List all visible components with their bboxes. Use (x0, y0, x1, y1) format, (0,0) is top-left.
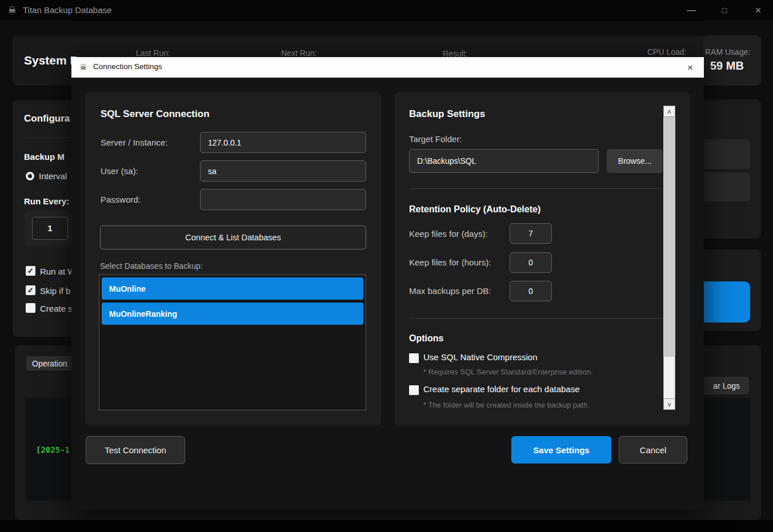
retention-policy-title: Retention Policy (Auto-Delete) (409, 204, 540, 215)
field-fragment-1[interactable] (697, 139, 750, 169)
last-run-label: Last Run: (136, 49, 170, 58)
server-label: Server / Instance: (101, 138, 168, 147)
dialog-scrollbar[interactable]: ∧ ∨ (663, 106, 675, 410)
config-title-fragment: Configura (24, 113, 70, 124)
app-title: Titan Backup Database (23, 5, 111, 15)
run-at-checkbox-label: Run at W (40, 267, 76, 276)
create-checkbox[interactable] (26, 303, 35, 313)
max-backups-label: Max backups per DB: (409, 286, 491, 296)
dialog-title: Connection Settings (93, 62, 162, 71)
create-checkbox-label: Create s (40, 304, 73, 313)
sql-compression-checkbox[interactable] (409, 353, 419, 363)
dialog-titlebar: ☠ Connection Settings × (71, 57, 704, 78)
skip-checkbox[interactable]: ✓ (26, 285, 35, 295)
server-input[interactable] (200, 132, 366, 153)
options-title: Options (409, 333, 443, 344)
separate-folder-label: Create separate folder for each database (423, 384, 580, 394)
close-button[interactable]: × (747, 0, 770, 21)
scroll-track[interactable] (663, 357, 675, 398)
interval-radio[interactable] (26, 172, 34, 180)
window-bottom-strip (0, 520, 773, 532)
ram-usage-value: 59 MB (710, 59, 744, 72)
connection-settings-dialog: ☠ Connection Settings × SQL Server Conne… (71, 57, 704, 510)
minimize-button[interactable]: — (680, 0, 703, 21)
dialog-close-button[interactable]: × (682, 61, 699, 75)
password-input[interactable] (200, 189, 366, 210)
target-folder-input[interactable] (409, 149, 599, 173)
interval-radio-label: Interval (39, 171, 67, 181)
cancel-button[interactable]: Cancel (619, 436, 687, 464)
test-connection-button[interactable]: Test Connection (86, 436, 185, 464)
target-folder-label: Target Folder: (409, 134, 462, 144)
databases-listbox[interactable]: MuOnline MuOnlineRanking (99, 275, 366, 410)
database-item-muonline[interactable]: MuOnline (102, 277, 363, 300)
field-fragment-2[interactable] (697, 172, 750, 201)
user-input[interactable] (200, 160, 366, 182)
backup-mode-label-fragment: Backup M (24, 152, 65, 162)
save-settings-button[interactable]: Save Settings (511, 436, 611, 464)
sql-connection-title: SQL Server Connection (101, 108, 210, 120)
database-item-muonlineranking[interactable]: MuOnlineRanking (102, 303, 363, 325)
backup-divider-1 (409, 188, 663, 189)
app-window: ☠ Titan Backup Database — □ × System B L… (0, 0, 773, 532)
browse-button[interactable]: Browse... (607, 149, 663, 173)
next-run-label: Next Run: (281, 49, 317, 58)
run-every-label: Run Every: (24, 196, 69, 206)
maximize-button[interactable]: □ (713, 0, 736, 21)
backup-divider-2 (409, 318, 663, 319)
config-divider (24, 138, 71, 138)
select-databases-label: Select Databases to Backup: (100, 261, 203, 271)
keep-days-input[interactable] (510, 223, 552, 244)
dashboard-title-fragment: System B (24, 54, 79, 67)
dialog-skull-icon: ☠ (79, 62, 87, 72)
run-at-checkbox[interactable]: ✓ (26, 266, 35, 276)
skip-checkbox-label: Skip if b (40, 286, 70, 296)
ram-usage-label: RAM Usage: (705, 47, 750, 57)
user-label: User (sa): (101, 166, 138, 176)
keep-days-label: Keep files for (days): (409, 229, 488, 239)
interval-value-input[interactable]: 1 (32, 217, 68, 240)
log-line-fragment: [2025-1 (36, 445, 70, 454)
backup-settings-title: Backup Settings (409, 108, 485, 120)
scroll-thumb[interactable] (663, 117, 675, 357)
separate-folder-checkbox[interactable] (409, 385, 419, 395)
scroll-up-button[interactable]: ∧ (663, 106, 675, 117)
cpu-load-label: CPU Load: (647, 47, 686, 57)
app-skull-icon: ☠ (8, 5, 16, 15)
keep-hours-label: Keep files for (hours): (409, 257, 491, 267)
sql-compression-note: * Requires SQL Server Standard/Enterpris… (423, 368, 593, 376)
scroll-down-button[interactable]: ∨ (663, 398, 675, 410)
max-backups-input[interactable] (510, 281, 552, 301)
app-titlebar: ☠ Titan Backup Database — □ × (0, 0, 773, 21)
password-label: Password: (101, 195, 141, 204)
sql-compression-label: Use SQL Native Compression (423, 352, 538, 362)
connect-list-databases-button[interactable]: Connect & List Databases (100, 225, 366, 249)
separate-folder-note: * The folder will be created inside the … (423, 401, 590, 409)
keep-hours-input[interactable] (510, 252, 552, 273)
